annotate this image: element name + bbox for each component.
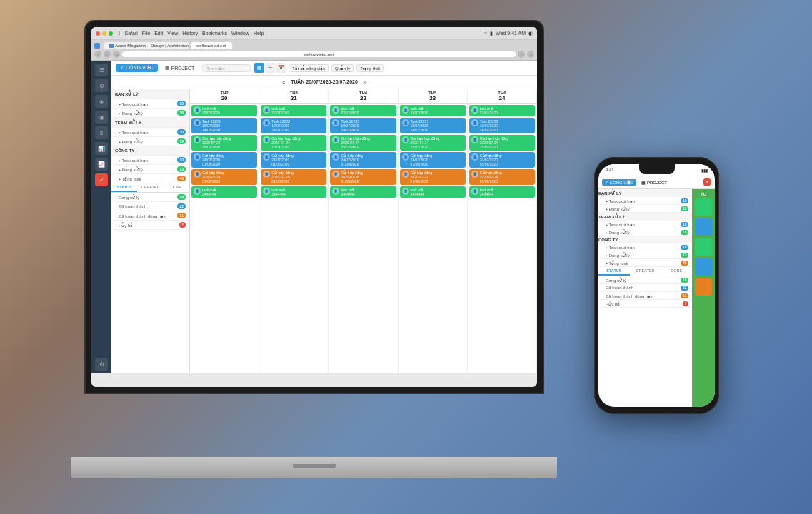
grid-view-button[interactable]: ▦	[254, 63, 264, 73]
menu-help[interactable]: Help	[254, 31, 264, 36]
menu-bookmarks[interactable]: Bookmarks	[202, 31, 227, 36]
phone-task-mini-5[interactable]	[695, 278, 712, 296]
phone-task-mini-3[interactable]	[695, 238, 712, 256]
phone-tab-cong-viec[interactable]: ✓ CÔNG VIỆC	[602, 179, 636, 186]
task-card[interactable]: 👤 Gửi hợp đồng24/07/202001/08/2020	[191, 152, 257, 168]
share-button[interactable]: ↑	[518, 51, 525, 58]
task-card[interactable]: 👤 Gia hạn hợp đồng2020-07-2425/07/2020	[330, 135, 396, 151]
sidebar-report-icon[interactable]: 📈	[95, 158, 108, 171]
task-card[interactable]: 👤 task mới22/07/2020	[469, 105, 535, 116]
list-item-task-qua-han-1[interactable]: ▸ Task quá hạn 10	[111, 99, 189, 109]
tab-cong-viec[interactable]: ✓ CÔNG VIỆC	[116, 64, 158, 72]
phone-task-mini-2[interactable]	[695, 218, 712, 236]
task-card[interactable]: 👤 task mới22/07/2020	[191, 105, 257, 116]
task-card[interactable]: 👤 task mới22/07/2020	[330, 105, 396, 116]
sidebar-dollar-icon[interactable]: $	[95, 126, 108, 139]
status-tab-status[interactable]: STATUS	[111, 183, 137, 192]
phone-item-tong-task[interactable]: ▸ Tổng task 46	[598, 259, 692, 267]
phone-status-hoan-thanh[interactable]: Đã hoàn thành 22	[598, 284, 692, 292]
sidebar-task-icon[interactable]: ✓	[95, 173, 108, 186]
task-card[interactable]: 👤 Gia hạn hợp đồng2020-07-2425/07/2020	[400, 135, 466, 151]
list-item-task-qua-han-3[interactable]: ▸ Task quá hạn 10	[111, 156, 189, 165]
prev-week-button[interactable]: «	[279, 78, 288, 86]
back-button[interactable]: ‹	[94, 51, 101, 58]
bookmark-button[interactable]: ☆	[527, 51, 534, 58]
task-card[interactable]: 👤 task mới3444444	[400, 186, 466, 198]
phone-status-dang-xu-ly[interactable]: Đang xử lý 19	[598, 276, 692, 284]
status-tab-done[interactable]: DONE	[164, 183, 189, 192]
menu-safari[interactable]: Safari	[125, 31, 138, 36]
phone-item-dang-xu-ly-3[interactable]: ▸ Đang xử lý 13	[598, 251, 692, 259]
task-card[interactable]: 👤 Gửi hợp đồng2020-07-2401/08/2020	[400, 169, 466, 185]
status-tab-created[interactable]: CREATED	[137, 183, 163, 192]
phone-task-mini-1[interactable]	[695, 198, 712, 216]
task-card[interactable]: 👤 task mới3444444	[330, 186, 396, 198]
sidebar-nav-icon[interactable]: ◈	[95, 95, 108, 108]
phone-status-tab-status[interactable]: STATUS	[598, 267, 630, 276]
task-card[interactable]: 👤 Task 2223319/07/202024/07/2020	[469, 118, 535, 133]
task-card[interactable]: 👤 Gửi hợp đồng2020-07-2401/08/2020	[330, 169, 396, 185]
browser-tab-2[interactable]: welltraveled.net	[191, 42, 232, 49]
task-card[interactable]: 👤 Task 2223319/07/202024/07/2020	[261, 118, 326, 133]
task-card[interactable]: 👤 Gửi hợp đồng24/07/202001/08/2020	[330, 152, 396, 168]
task-card[interactable]: 👤 Gửi hợp đồng2020-07-2401/08/2020	[261, 169, 326, 185]
filter-management-select[interactable]: Quản lý	[331, 64, 354, 72]
sidebar-settings-icon[interactable]: ⚙	[95, 79, 108, 92]
sidebar-chart-icon[interactable]: 📊	[95, 142, 108, 155]
status-item-dang-xu-ly[interactable]: Đang xử lý 19	[111, 193, 189, 202]
task-card[interactable]: 👤 Gửi hợp đồng24/07/202001/08/2020	[261, 152, 326, 168]
status-item-hoan-thanh-dung-han[interactable]: Đã hoàn thành đúng hạn 11	[111, 211, 189, 221]
sidebar-gear-icon[interactable]: ⚙	[95, 358, 108, 371]
task-card[interactable]: 👤 Gia hạn hợp đồng2020-07-2425/07/2020	[469, 135, 535, 151]
refresh-button[interactable]: ↻	[113, 51, 120, 58]
url-bar[interactable]: welltraveled.net	[122, 51, 516, 57]
status-item-huy-bo[interactable]: Hủy bỏ 7	[111, 221, 189, 230]
next-week-button[interactable]: »	[361, 78, 369, 86]
phone-task-mini-4[interactable]	[695, 258, 712, 276]
phone-item-task-qua-han-1[interactable]: ▸ Task quá hạn 10	[598, 197, 692, 205]
menu-window[interactable]: Window	[231, 31, 249, 36]
task-card[interactable]: 👤 task mới22/07/2020	[400, 105, 466, 116]
list-item-dang-xu-ly-1[interactable]: ▸ Đang xử lý 18	[111, 109, 189, 118]
phone-close-button[interactable]: ✕	[703, 178, 711, 186]
search-input[interactable]: Tìm kiếm	[201, 64, 251, 72]
menu-apple[interactable]: 	[119, 31, 121, 36]
sidebar-home-icon[interactable]: ☰	[95, 64, 108, 76]
tab-project[interactable]: ▦ PROJECT	[161, 64, 199, 72]
phone-status-tab-created[interactable]: CREATED	[630, 267, 661, 276]
phone-item-dang-xu-ly-2[interactable]: ▸ Đang xử lý 19	[598, 228, 692, 236]
task-card[interactable]: 👤 task mới3444444	[261, 186, 326, 198]
task-card[interactable]: 👤 task mới3444444	[469, 186, 535, 198]
menu-view[interactable]: View	[167, 31, 178, 36]
list-item-dang-xu-ly-3[interactable]: ▸ Đang xử lý 13	[111, 165, 189, 174]
phone-item-task-qua-han-3[interactable]: ▸ Task quá hạn 10	[598, 243, 692, 251]
menu-history[interactable]: History	[182, 31, 198, 36]
phone-item-task-qua-han-2[interactable]: ▸ Task quá hạn 10	[598, 221, 692, 228]
browser-tab-1[interactable]: Azure Magazine – Design | Architecture +…	[104, 42, 189, 49]
calendar-view-button[interactable]: 📅	[276, 63, 286, 73]
menu-file[interactable]: File	[142, 31, 150, 36]
list-item-task-qua-han-2[interactable]: ▸ Task quá hạn 10	[111, 128, 189, 137]
task-card[interactable]: 👤 Gửi hợp đồng24/07/202001/08/2020	[400, 152, 466, 168]
forward-button[interactable]: ›	[104, 51, 111, 58]
phone-status-tab-done[interactable]: DONE	[661, 267, 692, 276]
task-card[interactable]: 👤 Gửi hợp đồng24/07/202001/08/2020	[469, 152, 535, 168]
phone-status-huy-bo[interactable]: Hủy bỏ 7	[598, 300, 692, 308]
task-card[interactable]: 👤 task mới22/07/2020	[261, 105, 326, 116]
filter-all-select[interactable]: Tất cả công việc	[289, 64, 329, 72]
phone-item-dang-xu-ly-1[interactable]: ▸ Đang xử lý 18	[598, 205, 692, 213]
task-card[interactable]: 👤 Gia hạn hợp đồng2020-07-2425/07/2020	[261, 135, 326, 151]
task-card[interactable]: 👤 Task 2223319/07/202024/07/2020	[330, 118, 396, 133]
phone-status-hoan-thanh-dung-han[interactable]: Đã hoàn thành đúng hạn 11	[598, 292, 692, 300]
task-card[interactable]: 👤 Task 2223319/07/202024/07/2020	[191, 118, 257, 133]
status-item-hoan-thanh[interactable]: Đã hoàn thành 22	[111, 202, 189, 211]
task-card[interactable]: 👤 Gửi hợp đồng2020-07-2401/08/2020	[469, 169, 535, 185]
task-card[interactable]: 👤 Gia hạn hợp đồng2020-07-2425/07/2020	[191, 135, 257, 151]
task-card[interactable]: 👤 Task 2223319/07/202024/07/2020	[400, 118, 466, 133]
task-card[interactable]: 👤 Gửi hợp đồng2020-07-2401/08/2020	[191, 169, 257, 185]
list-item-dang-xu-ly-2[interactable]: ▸ Đang xử lý 19	[111, 137, 189, 146]
sidebar-eye-icon[interactable]: ◉	[95, 111, 108, 124]
list-item-tong-task[interactable]: ▸ Tổng task 46	[111, 174, 189, 183]
filter-status-select[interactable]: Trạng thái	[356, 64, 383, 72]
menu-edit[interactable]: Edit	[154, 31, 163, 36]
